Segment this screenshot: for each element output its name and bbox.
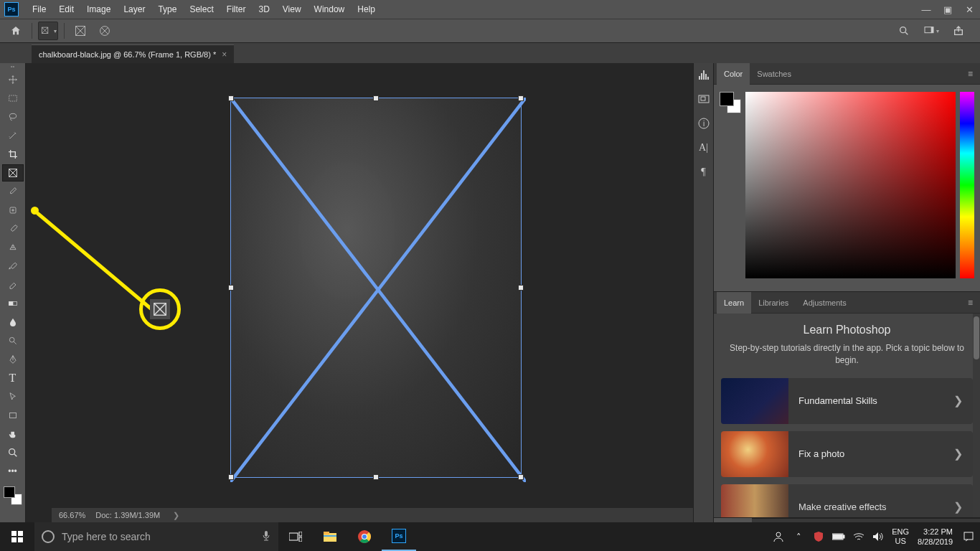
menu-3d[interactable]: 3D <box>252 0 275 19</box>
status-arrow-icon[interactable]: ❯ <box>173 511 179 520</box>
menu-image[interactable]: Image <box>80 0 117 19</box>
notifications-icon[interactable] <box>961 522 976 551</box>
panel-menu-icon[interactable]: ≡ <box>963 69 977 79</box>
frame-tool[interactable] <box>2 164 24 182</box>
start-button[interactable] <box>0 522 34 551</box>
home-icon[interactable] <box>6 22 26 40</box>
tray-chevron-icon[interactable]: ˄ <box>791 522 806 551</box>
tab-learn[interactable]: Learn <box>717 292 751 314</box>
svg-rect-28 <box>699 76 700 80</box>
tab-swatches[interactable]: Swatches <box>750 63 798 85</box>
gradient-tool[interactable] <box>2 295 24 312</box>
learn-item-fix-photo[interactable]: Fix a photo ❯ <box>721 431 973 477</box>
color-swatch-pair[interactable] <box>720 92 741 113</box>
move-tool[interactable] <box>2 71 24 88</box>
menu-filter[interactable]: Filter <box>220 0 253 19</box>
hue-slider[interactable] <box>960 92 974 278</box>
workspace-icon[interactable]: ▾ <box>921 22 941 40</box>
taskbar-clock[interactable]: 3:22 PM 8/28/2019 <box>915 527 956 547</box>
frame-preset-dropdown[interactable]: ▾ <box>38 22 58 40</box>
wifi-icon[interactable] <box>852 522 866 551</box>
dodge-tool[interactable] <box>2 332 24 349</box>
history-brush-tool[interactable] <box>2 258 24 275</box>
mic-icon[interactable] <box>261 529 271 545</box>
foreground-color-swatch[interactable] <box>4 486 15 498</box>
minimize-button[interactable]: — <box>915 0 937 19</box>
paragraph-panel-icon[interactable]: ¶ <box>697 165 711 179</box>
more-tools-icon[interactable]: ••• <box>2 463 24 480</box>
canvas-area[interactable]: 66.67% Doc: 1.39M/1.39M ❯ <box>26 63 693 522</box>
character-panel-icon[interactable]: A| <box>697 141 711 155</box>
menu-edit[interactable]: Edit <box>52 0 80 19</box>
scrollbar[interactable] <box>973 314 980 517</box>
learn-item-creative[interactable]: Make creative effects ❯ <box>721 484 973 517</box>
tab-libraries[interactable]: Libraries <box>751 292 796 314</box>
color-panel-body <box>714 85 980 291</box>
eraser-tool[interactable] <box>2 276 24 293</box>
hand-tool[interactable] <box>2 425 24 443</box>
file-explorer-button[interactable] <box>313 522 347 551</box>
menubar: Ps File Edit Image Layer Type Select Fil… <box>0 0 980 19</box>
tools-panel: •• T ••• <box>0 63 26 522</box>
task-view-button[interactable] <box>278 522 313 551</box>
share-icon[interactable] <box>948 22 969 40</box>
learn-item-fundamentals[interactable]: Fundamental Skills ❯ <box>721 378 973 424</box>
search-icon[interactable] <box>894 22 914 40</box>
magic-wand-tool[interactable] <box>2 127 24 144</box>
panel-grip[interactable]: •• <box>0 65 25 70</box>
security-icon[interactable] <box>811 522 826 551</box>
pen-tool[interactable] <box>2 351 24 368</box>
menu-type[interactable]: Type <box>151 0 183 19</box>
scrollbar-thumb[interactable] <box>974 316 979 359</box>
svg-rect-41 <box>11 531 17 536</box>
tab-color[interactable]: Color <box>717 63 750 85</box>
frame-ellipse-icon[interactable] <box>95 22 115 40</box>
zoom-tool[interactable] <box>2 444 24 461</box>
fg-color-icon[interactable] <box>720 92 734 106</box>
crop-tool[interactable] <box>2 146 24 163</box>
learn-panel-tabs: Learn Libraries Adjustments ≡ <box>714 292 980 314</box>
learn-thumb-icon <box>721 484 788 517</box>
navigator-panel-icon[interactable] <box>697 92 711 106</box>
panel-menu-icon[interactable]: ≡ <box>963 298 977 308</box>
chrome-button[interactable] <box>347 522 382 551</box>
type-tool[interactable]: T <box>2 369 24 387</box>
healing-brush-tool[interactable] <box>2 202 24 219</box>
taskbar-search[interactable]: Type here to search <box>34 522 278 551</box>
menu-window[interactable]: Window <box>308 0 352 19</box>
lasso-tool[interactable] <box>2 108 24 126</box>
tab-close-icon[interactable]: × <box>222 50 227 60</box>
status-doc-size[interactable]: Doc: 1.39M/1.39M <box>95 511 160 519</box>
photoshop-taskbar-button[interactable]: Ps <box>382 522 416 551</box>
info-panel-icon[interactable]: i <box>697 116 711 131</box>
frame-rect-icon[interactable] <box>70 22 90 40</box>
svg-point-9 <box>900 27 906 33</box>
people-icon[interactable] <box>771 522 786 551</box>
color-field[interactable] <box>745 92 956 278</box>
close-button[interactable]: ✕ <box>958 0 980 19</box>
status-zoom[interactable]: 66.67% <box>59 511 85 519</box>
foreground-background-swatch[interactable] <box>4 486 22 505</box>
volume-icon[interactable] <box>872 522 886 551</box>
maximize-button[interactable]: ▣ <box>937 0 958 19</box>
tab-adjustments[interactable]: Adjustments <box>796 292 854 314</box>
learn-thumb-icon <box>721 431 788 477</box>
marquee-tool[interactable] <box>2 90 24 107</box>
language-indicator[interactable]: ENG US <box>892 527 909 546</box>
path-selection-tool[interactable] <box>2 388 24 405</box>
menu-file[interactable]: File <box>26 0 52 19</box>
eyedropper-tool[interactable] <box>2 183 24 200</box>
brush-tool[interactable] <box>2 220 24 237</box>
color-panel: Color Swatches ≡ <box>714 63 980 292</box>
menu-help[interactable]: Help <box>351 0 382 19</box>
blur-tool[interactable] <box>2 314 24 331</box>
document-image <box>230 98 522 478</box>
battery-icon[interactable] <box>831 522 846 551</box>
rectangle-tool[interactable] <box>2 407 24 424</box>
menu-view[interactable]: View <box>276 0 308 19</box>
document-tab[interactable]: chalkboard-black.jpg @ 66.7% (Frame 1, R… <box>32 44 234 63</box>
menu-layer[interactable]: Layer <box>117 0 151 19</box>
clone-stamp-tool[interactable] <box>2 239 24 256</box>
histogram-panel-icon[interactable] <box>697 67 711 82</box>
menu-select[interactable]: Select <box>183 0 220 19</box>
